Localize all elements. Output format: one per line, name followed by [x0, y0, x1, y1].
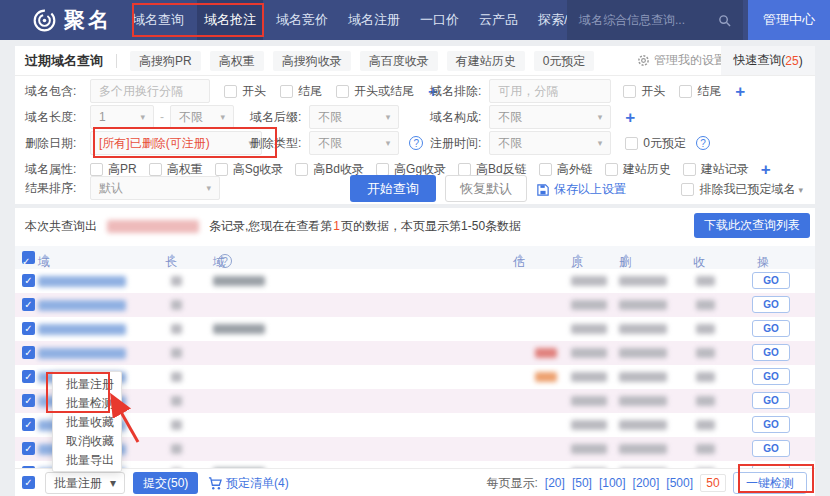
checkbox-box[interactable] [681, 183, 694, 196]
zero-reserve-checkbox[interactable]: 0元预定 [625, 135, 686, 152]
per-page-option[interactable]: [500] [666, 476, 693, 490]
delete-time-cell-redacted [619, 300, 667, 310]
checkbox-box[interactable] [625, 137, 638, 150]
one-click-check-button[interactable]: 一键检测 [733, 472, 807, 494]
delete-date-select[interactable]: [所有]已删除(可注册)▾ [90, 131, 262, 155]
admin-center-button[interactable]: 管理中心 [748, 0, 830, 40]
position-checkbox[interactable]: 开头 [224, 83, 266, 100]
results-summary: 本次共查询出 条记录,您现在在查看第1页的数据，本页显示第1-50条数据 [25, 214, 521, 238]
preset-chip[interactable]: 高权重 [210, 51, 264, 71]
go-button[interactable]: GO [752, 272, 790, 289]
contain-input[interactable]: 多个用换行分隔 [90, 79, 210, 103]
composition-select[interactable]: 不限▾ [489, 105, 611, 129]
checkbox-box[interactable] [679, 85, 692, 98]
nav-item[interactable]: 域名抢注 [197, 0, 263, 40]
help-icon[interactable]: ? [409, 136, 423, 150]
domain-cell-redacted[interactable] [38, 300, 126, 311]
sort-select[interactable]: 默认▾ [90, 176, 220, 200]
preset-chip[interactable]: 高百度收录 [360, 51, 438, 71]
position-checkbox[interactable]: 结尾 [679, 83, 721, 100]
row-checkbox[interactable]: ✓ [22, 370, 35, 383]
go-button[interactable]: GO [752, 392, 790, 409]
domain-cell-redacted[interactable] [38, 348, 126, 359]
page-size-input[interactable]: 50 [700, 474, 726, 492]
favorite-cell-redacted[interactable] [696, 300, 715, 310]
suffix-select[interactable]: 不限▾ [309, 105, 399, 129]
checkbox-box[interactable] [224, 85, 237, 98]
row-checkbox[interactable]: ✓ [22, 322, 35, 335]
go-button[interactable]: GO [752, 344, 790, 361]
help-icon[interactable]: ? [696, 136, 710, 150]
row-checkbox[interactable]: ✓ [22, 346, 35, 359]
position-checkbox[interactable]: 开头 [623, 83, 665, 100]
download-list-button[interactable]: 下载此次查询列表 [694, 213, 810, 238]
favorite-cell-redacted[interactable] [696, 444, 715, 454]
go-button[interactable]: GO [752, 320, 790, 337]
domain-cell-redacted[interactable] [38, 324, 126, 335]
per-page-option[interactable]: [50] [572, 476, 592, 490]
go-button[interactable]: GO [752, 440, 790, 457]
go-button[interactable]: GO [752, 416, 790, 433]
favorite-cell-redacted[interactable] [696, 396, 715, 406]
juming-logo[interactable]: 聚名 [32, 6, 112, 34]
favorite-cell-redacted[interactable] [696, 324, 715, 334]
preset-chip[interactable]: 0元预定 [534, 51, 595, 71]
per-page-option[interactable]: [100] [599, 476, 626, 490]
batch-menu-item[interactable]: 批量导出 [53, 451, 121, 470]
checkbox-box[interactable] [623, 85, 636, 98]
preset-chip[interactable]: 高搜狗收录 [273, 51, 351, 71]
domain-cell-redacted[interactable] [38, 276, 126, 287]
nav-item[interactable]: 域名注册 [341, 0, 407, 40]
batch-action-select[interactable]: 批量注册▾ [45, 472, 125, 494]
footer-select-all-checkbox[interactable]: ✓ [22, 476, 35, 489]
checkbox-box[interactable] [280, 85, 293, 98]
favorite-cell-redacted[interactable] [696, 348, 715, 358]
position-checkbox[interactable]: 结尾 [280, 83, 322, 100]
favorite-cell-redacted[interactable] [696, 276, 715, 286]
exclude-reserved-checkbox[interactable]: 排除我已预定域名 ▾ [681, 181, 803, 198]
batch-menu-item[interactable]: 批量收藏 [53, 413, 121, 432]
nav-item[interactable]: 域名竞价 [269, 0, 335, 40]
go-button[interactable]: GO [752, 368, 790, 385]
go-button[interactable]: GO [752, 296, 790, 313]
checkbox-box[interactable] [336, 85, 349, 98]
position-checkbox[interactable]: 开头或结尾 [336, 83, 414, 100]
add-condition-icon[interactable]: + [735, 83, 745, 100]
domain-search-box[interactable]: 域名综合信息查询... [567, 0, 743, 40]
submit-button[interactable]: 提交(50) [133, 472, 198, 494]
exclude-input[interactable]: 可用，分隔 [489, 79, 611, 103]
preset-chip[interactable]: 有建站历史 [447, 51, 525, 71]
reset-defaults-button[interactable]: 恢复默认 [445, 175, 527, 202]
tab-quick-query[interactable]: 快速查询(25) [721, 46, 815, 75]
favorite-cell-redacted[interactable] [696, 420, 715, 430]
row-checkbox[interactable]: ✓ [22, 442, 35, 455]
select-all-checkbox[interactable]: ✓ [22, 251, 35, 264]
length-from-select[interactable]: 1▾ [90, 105, 154, 129]
reserve-list-link[interactable]: 预定清单(4) [208, 475, 289, 492]
start-query-button[interactable]: 开始查询 [350, 175, 436, 202]
per-page-option[interactable]: [200] [633, 476, 660, 490]
batch-menu-item[interactable]: 批量检测 [53, 394, 121, 413]
reg-time-select[interactable]: 不限▾ [489, 131, 611, 155]
row-checkbox[interactable]: ✓ [22, 298, 35, 311]
preset-chip[interactable]: 高搜狗PR [130, 51, 201, 71]
table-header: ✓ 域名 长度 域名属性? 估价 原注册 删除时间 收藏 操作 [15, 246, 815, 269]
original-reg-cell-redacted [571, 420, 607, 430]
row-checkbox[interactable]: ✓ [22, 394, 35, 407]
nav-item[interactable]: 一口价 [413, 0, 466, 40]
save-settings-link[interactable]: 保存以上设置 [537, 181, 626, 198]
delete-type-select[interactable]: 不限▾ [309, 131, 399, 155]
manage-settings-link[interactable]: 管理我的设置 [637, 52, 726, 69]
favorite-cell-redacted[interactable] [696, 372, 715, 382]
row-checkbox[interactable]: ✓ [22, 418, 35, 431]
batch-menu-item[interactable]: 批量注册 [53, 375, 121, 394]
add-condition-icon[interactable]: + [625, 109, 635, 126]
per-page-option[interactable]: [20] [545, 476, 565, 490]
row-checkbox[interactable]: ✓ [22, 274, 35, 287]
nav-item[interactable]: 域名查询 [125, 0, 191, 40]
length-to-select[interactable]: 不限▾ [170, 105, 234, 129]
chevron-down-icon[interactable]: ▾ [798, 185, 803, 195]
batch-menu-item[interactable]: 取消收藏 [53, 432, 121, 451]
nav-item[interactable]: 云产品 [472, 0, 525, 40]
search-icon[interactable] [718, 14, 731, 27]
